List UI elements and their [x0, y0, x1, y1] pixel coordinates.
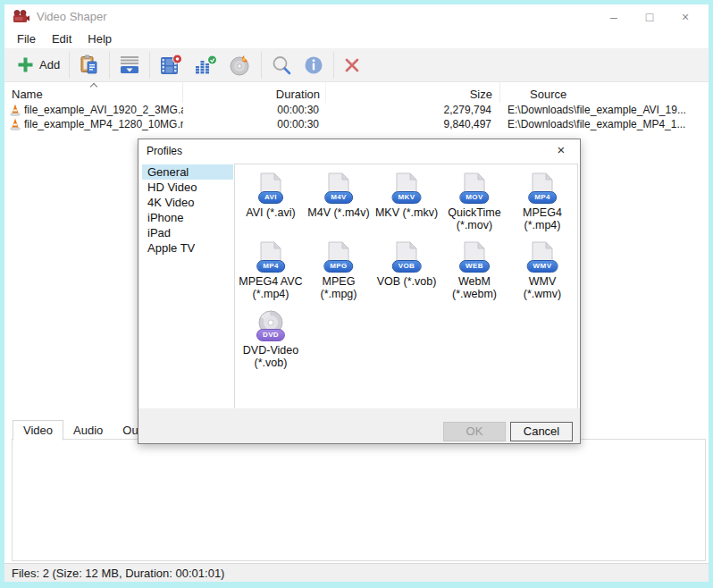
- disc-icon: DVD: [256, 329, 286, 342]
- category-4k-video[interactable]: 4K Video: [142, 195, 233, 210]
- format-badge: AVI: [258, 191, 283, 204]
- film-strip-icon: [159, 54, 183, 77]
- menu-edit[interactable]: Edit: [44, 32, 80, 46]
- profile-mpeg4[interactable]: MP4 MPEG4(*.mp4): [508, 172, 576, 240]
- toolbar-separator: [69, 52, 70, 79]
- profile-vob[interactable]: VOB VOB (*.vob): [373, 240, 440, 309]
- file-type-icon: MP4: [256, 260, 286, 273]
- file-row[interactable]: file_example_MP4_1280_10MG.m... 00:00:30…: [4, 117, 709, 131]
- close-button[interactable]: ×: [667, 10, 703, 24]
- burn-disc-button[interactable]: [223, 51, 257, 80]
- video-settings-button[interactable]: [154, 51, 189, 80]
- profile-category-list: General HD Video 4K Video iPhone iPad Ap…: [142, 164, 233, 256]
- window-title: Video Shaper: [37, 10, 107, 23]
- search-button[interactable]: [265, 51, 298, 80]
- file-type-icon: WEB: [459, 260, 490, 273]
- category-general[interactable]: General: [142, 164, 233, 180]
- file-list: file_example_AVI_1920_2_3MG.avi 00:00:30…: [4, 103, 709, 131]
- menu-file[interactable]: File: [9, 32, 44, 46]
- category-ipad[interactable]: iPad: [142, 225, 233, 240]
- profiles-dialog: Profiles × General HD Video 4K Video iPh…: [138, 139, 581, 444]
- profile-mkv[interactable]: MKV MKV (*.mkv): [373, 172, 440, 240]
- format-badge: MP4: [528, 191, 557, 204]
- toolbar: Add: [4, 48, 709, 82]
- info-button[interactable]: [298, 51, 330, 80]
- profile-quicktime[interactable]: MOV QuickTime(*.mov): [440, 172, 508, 240]
- column-header-duration[interactable]: Duration: [183, 82, 326, 103]
- file-duration: 00:00:30: [183, 103, 326, 117]
- file-type-icon: MPG: [323, 260, 354, 273]
- profile-mpeg4-avc[interactable]: MP4 MPEG4 AVC(*.mp4): [237, 240, 305, 309]
- file-type-icon: AVI: [256, 191, 286, 205]
- file-row[interactable]: file_example_AVI_1920_2_3MG.avi 00:00:30…: [4, 103, 709, 117]
- format-badge: WMV: [527, 260, 558, 273]
- file-type-icon: WMV: [527, 260, 558, 273]
- add-button[interactable]: Add: [12, 51, 65, 80]
- file-type-icon: MOV: [459, 191, 490, 205]
- category-iphone[interactable]: iPhone: [142, 210, 233, 225]
- profile-m4v[interactable]: M4V M4V (*.m4v): [305, 172, 373, 240]
- paste-icon: [79, 55, 100, 76]
- tab-audio[interactable]: Audio: [63, 422, 113, 440]
- list-dropdown-icon: [119, 55, 140, 76]
- menu-help[interactable]: Help: [80, 32, 120, 46]
- audio-settings-button[interactable]: [189, 51, 223, 80]
- vlc-cone-icon: [10, 104, 21, 116]
- file-source: E:\Downloads\file_example_MP4_1...: [500, 117, 709, 131]
- cancel-button[interactable]: Cancel: [510, 422, 573, 441]
- toolbar-separator: [149, 52, 150, 79]
- file-type-icon: VOB: [391, 260, 422, 273]
- search-icon: [271, 55, 292, 76]
- toolbar-separator: [109, 52, 110, 79]
- format-badge: MKV: [392, 191, 422, 204]
- profile-list-button[interactable]: [113, 51, 146, 80]
- file-type-icon: M4V: [323, 191, 354, 205]
- delete-x-icon: [343, 56, 361, 74]
- maximize-button[interactable]: □: [632, 10, 667, 24]
- profile-icons-panel: AVI AVI (*.avi) M4V M4V (*.m4v) MKV: [234, 164, 578, 409]
- profile-mpeg[interactable]: MPG MPEG(*.mpg): [305, 240, 373, 309]
- file-size: 2,279,794: [326, 103, 500, 117]
- delete-button[interactable]: [338, 51, 366, 80]
- menu-bar: File Edit Help: [4, 29, 709, 48]
- minimize-button[interactable]: –: [596, 10, 632, 24]
- vlc-cone-icon: [10, 118, 21, 130]
- video-settings-panel: [12, 439, 706, 561]
- paste-button[interactable]: [73, 51, 105, 80]
- add-button-label: Add: [39, 58, 60, 71]
- column-header-name[interactable]: Name: [4, 82, 183, 103]
- profile-avi[interactable]: AVI AVI (*.avi): [237, 172, 305, 240]
- format-badge: VOB: [392, 260, 422, 273]
- ok-button[interactable]: OK: [443, 422, 506, 441]
- dialog-title-bar: Profiles ×: [138, 139, 580, 163]
- file-duration: 00:00:30: [183, 117, 326, 131]
- equalizer-icon: [194, 54, 218, 77]
- profile-dvd-video[interactable]: DVD DVD-Video(*.vob): [237, 309, 305, 378]
- dialog-title: Profiles: [147, 145, 182, 157]
- format-badge: WEB: [459, 260, 490, 273]
- format-badge: M4V: [324, 191, 353, 204]
- column-header-source[interactable]: Source: [500, 82, 709, 103]
- file-name: file_example_AVI_1920_2_3MG.avi: [24, 103, 183, 117]
- file-name: file_example_MP4_1280_10MG.m...: [24, 117, 183, 131]
- burn-disc-icon: [229, 54, 252, 77]
- category-apple-tv[interactable]: Apple TV: [142, 240, 233, 256]
- toolbar-separator: [261, 52, 262, 79]
- tab-video[interactable]: Video: [13, 420, 63, 441]
- profile-wmv[interactable]: WMV WMV(*.wmv): [508, 240, 576, 309]
- file-type-icon: MKV: [391, 191, 422, 205]
- category-hd-video[interactable]: HD Video: [142, 180, 233, 195]
- format-badge: DVD: [256, 329, 285, 341]
- app-window: Video Shaper – □ × File Edit Help Add: [0, 0, 713, 588]
- status-text: Files: 2 (Size: 12 MB, Duration: 00:01:0…: [12, 567, 224, 580]
- column-header-size[interactable]: Size: [326, 82, 500, 103]
- file-list-header: Name Duration Size Source: [4, 82, 709, 103]
- toolbar-separator: [333, 52, 334, 79]
- profile-webm[interactable]: WEB WebM(*.webm): [440, 240, 508, 309]
- file-type-icon: MP4: [527, 191, 558, 205]
- info-icon: [303, 55, 324, 76]
- dialog-close-icon[interactable]: ×: [552, 142, 570, 157]
- file-source: E:\Downloads\file_example_AVI_19...: [500, 103, 709, 117]
- plus-icon: [17, 56, 34, 73]
- format-badge: MP4: [256, 260, 285, 273]
